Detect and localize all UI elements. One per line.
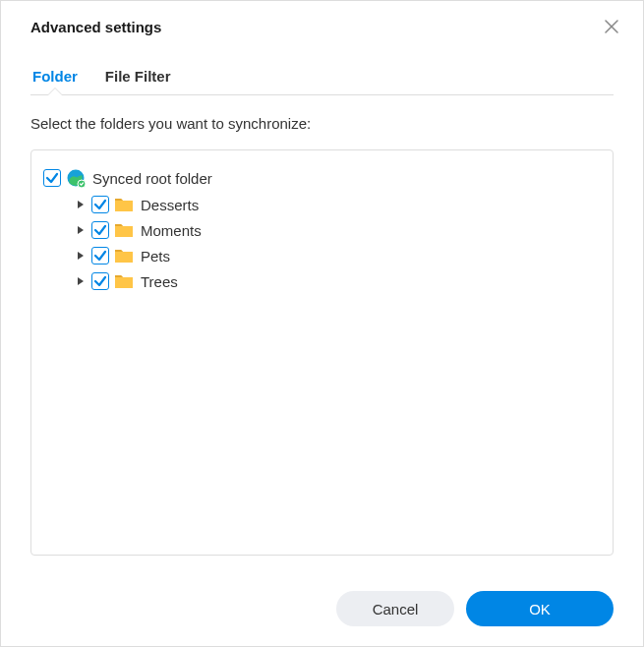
tree-root-node[interactable]: Synced root folder — [41, 164, 603, 192]
tree-child-node[interactable]: Desserts — [41, 192, 603, 217]
tree-root-label: Synced root folder — [92, 170, 212, 187]
ok-button[interactable]: OK — [466, 591, 614, 626]
cancel-button[interactable]: Cancel — [336, 591, 454, 626]
close-icon — [605, 20, 618, 33]
tree-child-node[interactable]: Pets — [41, 243, 603, 268]
checkbox-child-2[interactable] — [91, 247, 109, 265]
folder-tree: Synced root folder Desserts — [30, 149, 614, 556]
tree-child-node[interactable]: Moments — [41, 217, 603, 243]
sync-root-icon — [66, 168, 86, 188]
checkbox-child-0[interactable] — [91, 196, 109, 213]
folder-icon — [114, 248, 134, 264]
checkbox-child-1[interactable] — [91, 221, 109, 239]
tree-child-label: Trees — [141, 273, 178, 290]
close-button[interactable] — [600, 15, 623, 38]
svg-marker-4 — [78, 201, 84, 208]
expand-arrow-icon[interactable] — [75, 250, 87, 262]
tree-child-node[interactable]: Trees — [41, 268, 603, 294]
dialog-footer: Cancel OK — [1, 575, 643, 646]
checkbox-root[interactable] — [43, 169, 61, 187]
checkbox-child-3[interactable] — [91, 272, 109, 290]
expand-arrow-icon[interactable] — [75, 275, 87, 287]
dialog-body: Folder File Filter Select the folders yo… — [1, 50, 643, 575]
folder-icon — [114, 222, 134, 238]
expand-arrow-icon[interactable] — [75, 224, 87, 236]
svg-marker-7 — [78, 277, 84, 285]
folder-icon — [114, 197, 134, 212]
tab-folder[interactable]: Folder — [30, 60, 80, 94]
svg-marker-5 — [78, 226, 84, 234]
tab-file-filter[interactable]: File Filter — [103, 60, 173, 94]
advanced-settings-dialog: Advanced settings Folder File Filter Sel… — [0, 0, 644, 647]
tab-bar: Folder File Filter — [30, 60, 614, 95]
tree-child-label: Desserts — [141, 197, 199, 213]
dialog-header: Advanced settings — [1, 1, 643, 50]
folder-icon — [114, 273, 134, 289]
dialog-title: Advanced settings — [30, 19, 161, 35]
expand-arrow-icon[interactable] — [75, 199, 87, 210]
svg-marker-6 — [78, 252, 84, 260]
instruction-text: Select the folders you want to synchroni… — [30, 115, 614, 132]
tree-child-label: Moments — [141, 222, 202, 239]
tree-child-label: Pets — [141, 248, 170, 265]
